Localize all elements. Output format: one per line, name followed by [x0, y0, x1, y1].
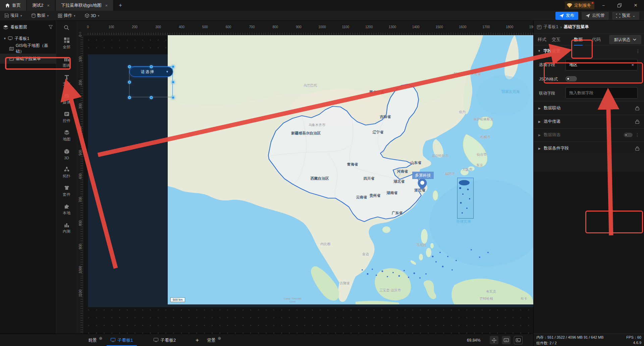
- cloud-host-button[interactable]: 云托管: [582, 12, 609, 20]
- board-icon: [154, 338, 158, 342]
- selection-handle[interactable]: [128, 81, 131, 84]
- vip-badge[interactable]: 定制服务: [565, 1, 594, 9]
- section-data-filter[interactable]: ▶ 数据筛选 ⋮: [534, 128, 644, 141]
- tab-code[interactable]: 代码: [592, 34, 601, 46]
- menu-3d[interactable]: 3D▾: [80, 11, 104, 20]
- section-select-pass[interactable]: ▶ 选中传递: [534, 115, 644, 128]
- toolbar-item-9[interactable]: 套件: [56, 182, 77, 200]
- breadcrumb-parent[interactable]: 子看板1: [543, 24, 558, 30]
- toolbar-item-2[interactable]: 图表: [56, 53, 77, 71]
- selection-handle[interactable]: [128, 65, 131, 68]
- ruler-label: 1200: [365, 25, 373, 29]
- kebab-menu-icon[interactable]: ⋮: [636, 49, 640, 54]
- dropdown-component-selection[interactable]: 请选择 ▼: [129, 66, 173, 97]
- section-data-condition[interactable]: ▶ 数据条件字段: [534, 141, 644, 155]
- toolbar-item-label: 文本: [63, 81, 70, 86]
- bottom-bar: 前景 ⊕ 子看板1 子看板2 + 背景 ⊕ 69.84%: [0, 334, 533, 346]
- toolbar-item-label: 套件: [63, 192, 70, 197]
- link-field-input[interactable]: 拖入数据字段: [566, 87, 638, 99]
- file-icon: [5, 13, 9, 18]
- toolbar-item-11[interactable]: 内测: [56, 219, 77, 237]
- preview-button[interactable]: 预览 ⌄: [612, 12, 639, 20]
- json-format-toggle[interactable]: [566, 76, 577, 81]
- caret-down-icon[interactable]: ▼: [538, 49, 541, 53]
- clear-icon[interactable]: ×: [631, 62, 634, 67]
- ruler-label: 1500: [435, 25, 443, 29]
- filter-icon[interactable]: [49, 25, 53, 29]
- toolbar-item-7[interactable]: 3D: [56, 145, 77, 163]
- toolbar-item-1[interactable]: 全部: [56, 34, 77, 53]
- component-search-button[interactable]: [56, 21, 77, 34]
- option-field-input[interactable]: 地区 ×: [566, 59, 638, 70]
- selection-handle[interactable]: [150, 65, 153, 68]
- fit-view-button[interactable]: [490, 336, 498, 344]
- tab-style[interactable]: 样式: [538, 34, 546, 46]
- option-field-row: 选项字段 地区 ×: [534, 56, 644, 73]
- minimize-button[interactable]: −: [596, 0, 610, 11]
- ruler-label: 300: [155, 25, 161, 29]
- subboard1-tab[interactable]: 子看板1: [111, 334, 133, 346]
- close-window-button[interactable]: ×: [629, 0, 643, 11]
- layer-basic-dropdown[interactable]: 基础下拉菜单: [0, 54, 56, 64]
- gis-map-component[interactable]: 黑龙江省吉林省辽宁省新疆维吾尔自治区青海省西藏自治区四川省云南省贵州省湖南省湖北…: [168, 35, 533, 304]
- console-button[interactable]: [514, 336, 523, 344]
- toolbar-item-8[interactable]: 拓扑: [56, 163, 77, 182]
- publish-button[interactable]: 发布: [555, 12, 578, 20]
- tab-interact[interactable]: 交互: [552, 34, 560, 46]
- new-tab-button[interactable]: +: [114, 0, 127, 11]
- link-field-row: 联动字段 拖入数据字段: [534, 85, 644, 101]
- menu-data[interactable]: 数据▾: [27, 11, 54, 20]
- map-graphic: [168, 35, 533, 304]
- chevron-down-icon: [633, 39, 636, 41]
- selection-handle[interactable]: [150, 96, 153, 99]
- foreground-text: 前景: [88, 337, 97, 343]
- menu-actions[interactable]: 操作▾: [53, 11, 80, 20]
- toolbar-item-4[interactable]: 媒体: [56, 90, 77, 108]
- menu-project[interactable]: 项目▾: [0, 11, 27, 20]
- tab-test2[interactable]: 测试2 ×: [27, 0, 55, 11]
- close-icon[interactable]: ×: [47, 3, 50, 8]
- foreground-label[interactable]: 前景 ⊕: [88, 334, 102, 346]
- tab-gis[interactable]: 下拉菜单联动gis地图 ×: [56, 0, 113, 11]
- layer-subboard1[interactable]: ▼ 子看板1: [0, 34, 56, 44]
- toolbar-item-label: 地图: [63, 137, 70, 142]
- selection-handle[interactable]: [172, 81, 175, 84]
- tab-home[interactable]: 首页: [0, 0, 26, 11]
- subboard2-tab[interactable]: 子看板2: [154, 334, 176, 346]
- kebab-menu-icon[interactable]: ⋮: [635, 132, 640, 137]
- layer-gis-map[interactable]: GIS电子地图（基础）: [0, 44, 56, 54]
- map-selection-rect[interactable]: [457, 178, 474, 219]
- selection-handle[interactable]: [172, 96, 175, 99]
- keyboard-shortcuts-button[interactable]: [502, 336, 511, 344]
- tab-gis-label: 下拉菜单联动gis地图: [61, 2, 102, 8]
- selection-handle[interactable]: [172, 65, 175, 68]
- maximize-button[interactable]: [612, 0, 627, 11]
- breadcrumb-current: 基础下拉菜单: [564, 24, 589, 30]
- add-board-button[interactable]: +: [196, 334, 199, 346]
- dropdown-component[interactable]: 请选择 ▼: [129, 67, 173, 77]
- background-label[interactable]: 背景 ⊕: [207, 334, 221, 346]
- toolbar-item-5[interactable]: 控件: [56, 108, 77, 126]
- fit-arrows-icon: [492, 338, 496, 343]
- add-circle-icon[interactable]: ⊕: [99, 336, 102, 341]
- zoom-level[interactable]: 69.84%: [467, 334, 481, 346]
- ruler-label: 200: [132, 25, 138, 29]
- toolbar-item-3[interactable]: 文本: [56, 71, 77, 90]
- section-data-linkage[interactable]: ▶ 数据联动: [534, 101, 644, 115]
- canvas[interactable]: ⊹ 01002003004005006007008009001000110012…: [77, 21, 533, 334]
- cube-icon: [85, 13, 89, 18]
- add-circle-icon[interactable]: ⊕: [218, 336, 221, 341]
- state-selector[interactable]: 默认状态: [609, 35, 641, 44]
- data-filter-toggle[interactable]: [624, 133, 633, 137]
- link-field-label: 联动字段: [539, 91, 555, 96]
- memory-label: 内存：: [536, 335, 547, 339]
- layers-panel: 看板图层 ▼ 子看板1 GIS电子地图（基础） 基础下拉菜单: [0, 21, 56, 334]
- toolbar-item-6[interactable]: 地图: [56, 126, 77, 145]
- layer-gis-map-label: GIS电子地图（基础）: [16, 43, 56, 54]
- selection-handle[interactable]: [128, 96, 131, 99]
- toolbar-item-10[interactable]: 本地: [56, 200, 77, 219]
- ruler-label: 800: [78, 219, 82, 227]
- tab-data[interactable]: 数据: [574, 34, 583, 46]
- close-icon[interactable]: ×: [105, 3, 108, 8]
- ruler-label: 1400: [412, 25, 420, 29]
